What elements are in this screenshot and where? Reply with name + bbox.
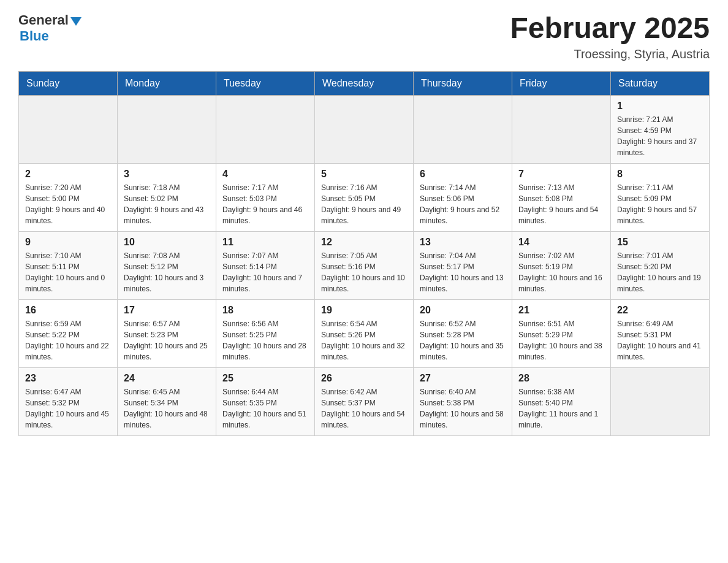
col-friday: Friday xyxy=(512,71,611,95)
day-info: Sunrise: 6:59 AMSunset: 5:22 PMDaylight:… xyxy=(25,318,111,362)
calendar-cell-w4-d3: 18Sunrise: 6:56 AMSunset: 5:25 PMDayligh… xyxy=(216,299,315,367)
day-number: 12 xyxy=(321,237,407,248)
day-info: Sunrise: 6:47 AMSunset: 5:32 PMDaylight:… xyxy=(25,386,111,431)
day-number: 11 xyxy=(222,237,308,248)
calendar-cell-w4-d5: 20Sunrise: 6:52 AMSunset: 5:28 PMDayligh… xyxy=(414,299,512,367)
day-number: 27 xyxy=(420,373,506,384)
day-number: 24 xyxy=(124,373,210,384)
day-info: Sunrise: 7:07 AMSunset: 5:14 PMDaylight:… xyxy=(222,250,308,294)
day-number: 13 xyxy=(420,237,506,248)
day-info: Sunrise: 6:42 AMSunset: 5:37 PMDaylight:… xyxy=(321,386,407,431)
day-number: 7 xyxy=(518,169,604,180)
calendar-cell-w5-d7 xyxy=(611,367,710,435)
day-info: Sunrise: 7:18 AMSunset: 5:02 PMDaylight:… xyxy=(124,182,210,226)
day-info: Sunrise: 7:14 AMSunset: 5:06 PMDaylight:… xyxy=(420,182,506,226)
col-sunday: Sunday xyxy=(19,71,118,95)
col-thursday: Thursday xyxy=(414,71,512,95)
day-number: 5 xyxy=(321,169,407,180)
day-info: Sunrise: 6:38 AMSunset: 5:40 PMDaylight:… xyxy=(518,386,604,431)
calendar-cell-w1-d2 xyxy=(118,95,216,163)
calendar-table: Sunday Monday Tuesday Wednesday Thursday… xyxy=(18,71,710,436)
calendar-cell-w1-d4 xyxy=(315,95,414,163)
calendar-cell-w2-d1: 2Sunrise: 7:20 AMSunset: 5:00 PMDaylight… xyxy=(19,163,118,231)
calendar-cell-w3-d4: 12Sunrise: 7:05 AMSunset: 5:16 PMDayligh… xyxy=(315,231,414,299)
day-info: Sunrise: 7:10 AMSunset: 5:11 PMDaylight:… xyxy=(25,250,111,294)
day-info: Sunrise: 7:04 AMSunset: 5:17 PMDaylight:… xyxy=(420,250,506,294)
calendar-cell-w4-d2: 17Sunrise: 6:57 AMSunset: 5:23 PMDayligh… xyxy=(118,299,216,367)
day-number: 28 xyxy=(518,373,604,384)
calendar-cell-w4-d4: 19Sunrise: 6:54 AMSunset: 5:26 PMDayligh… xyxy=(315,299,414,367)
day-info: Sunrise: 6:40 AMSunset: 5:38 PMDaylight:… xyxy=(420,386,506,431)
day-number: 16 xyxy=(25,305,111,316)
day-number: 17 xyxy=(124,305,210,316)
day-info: Sunrise: 6:57 AMSunset: 5:23 PMDaylight:… xyxy=(124,318,210,362)
day-info: Sunrise: 7:02 AMSunset: 5:19 PMDaylight:… xyxy=(518,250,604,294)
page-header: General Blue February 2025 Troessing, St… xyxy=(18,12,710,61)
calendar-cell-w3-d5: 13Sunrise: 7:04 AMSunset: 5:17 PMDayligh… xyxy=(414,231,512,299)
calendar-cell-w1-d5 xyxy=(414,95,512,163)
calendar-cell-w5-d1: 23Sunrise: 6:47 AMSunset: 5:32 PMDayligh… xyxy=(19,367,118,435)
day-info: Sunrise: 6:52 AMSunset: 5:28 PMDaylight:… xyxy=(420,318,506,362)
calendar-cell-w5-d2: 24Sunrise: 6:45 AMSunset: 5:34 PMDayligh… xyxy=(118,367,216,435)
calendar-cell-w3-d1: 9Sunrise: 7:10 AMSunset: 5:11 PMDaylight… xyxy=(19,231,118,299)
calendar-cell-w1-d1 xyxy=(19,95,118,163)
day-info: Sunrise: 7:16 AMSunset: 5:05 PMDaylight:… xyxy=(321,182,407,226)
calendar-cell-w2-d3: 4Sunrise: 7:17 AMSunset: 5:03 PMDaylight… xyxy=(216,163,315,231)
calendar-cell-w3-d6: 14Sunrise: 7:02 AMSunset: 5:19 PMDayligh… xyxy=(512,231,611,299)
calendar-cell-w1-d7: 1Sunrise: 7:21 AMSunset: 4:59 PMDaylight… xyxy=(611,95,710,163)
calendar-cell-w5-d6: 28Sunrise: 6:38 AMSunset: 5:40 PMDayligh… xyxy=(512,367,611,435)
page-title: February 2025 xyxy=(510,12,710,45)
day-info: Sunrise: 6:44 AMSunset: 5:35 PMDaylight:… xyxy=(222,386,308,431)
day-info: Sunrise: 7:08 AMSunset: 5:12 PMDaylight:… xyxy=(124,250,210,294)
day-info: Sunrise: 7:01 AMSunset: 5:20 PMDaylight:… xyxy=(617,250,703,294)
day-number: 8 xyxy=(617,169,703,180)
week-row-3: 9Sunrise: 7:10 AMSunset: 5:11 PMDaylight… xyxy=(19,231,710,299)
day-info: Sunrise: 7:20 AMSunset: 5:00 PMDaylight:… xyxy=(25,182,111,226)
day-number: 9 xyxy=(25,237,111,248)
logo-triangle-icon xyxy=(70,17,82,26)
day-number: 6 xyxy=(420,169,506,180)
col-tuesday: Tuesday xyxy=(216,71,315,95)
days-of-week-row: Sunday Monday Tuesday Wednesday Thursday… xyxy=(19,71,710,95)
col-monday: Monday xyxy=(118,71,216,95)
title-section: February 2025 Troessing, Styria, Austria xyxy=(510,12,710,61)
calendar-cell-w5-d5: 27Sunrise: 6:40 AMSunset: 5:38 PMDayligh… xyxy=(414,367,512,435)
day-number: 26 xyxy=(321,373,407,384)
week-row-2: 2Sunrise: 7:20 AMSunset: 5:00 PMDaylight… xyxy=(19,163,710,231)
day-info: Sunrise: 7:13 AMSunset: 5:08 PMDaylight:… xyxy=(518,182,604,226)
calendar-cell-w2-d7: 8Sunrise: 7:11 AMSunset: 5:09 PMDaylight… xyxy=(611,163,710,231)
logo: General Blue xyxy=(18,12,82,44)
day-number: 23 xyxy=(25,373,111,384)
calendar-cell-w2-d6: 7Sunrise: 7:13 AMSunset: 5:08 PMDaylight… xyxy=(512,163,611,231)
week-row-5: 23Sunrise: 6:47 AMSunset: 5:32 PMDayligh… xyxy=(19,367,710,435)
calendar-cell-w4-d6: 21Sunrise: 6:51 AMSunset: 5:29 PMDayligh… xyxy=(512,299,611,367)
logo-blue-text: Blue xyxy=(20,28,49,44)
calendar-cell-w2-d5: 6Sunrise: 7:14 AMSunset: 5:06 PMDaylight… xyxy=(414,163,512,231)
day-info: Sunrise: 6:45 AMSunset: 5:34 PMDaylight:… xyxy=(124,386,210,431)
calendar-cell-w5-d3: 25Sunrise: 6:44 AMSunset: 5:35 PMDayligh… xyxy=(216,367,315,435)
day-number: 15 xyxy=(617,237,703,248)
day-info: Sunrise: 7:11 AMSunset: 5:09 PMDaylight:… xyxy=(617,182,703,226)
col-wednesday: Wednesday xyxy=(315,71,414,95)
calendar-cell-w4-d1: 16Sunrise: 6:59 AMSunset: 5:22 PMDayligh… xyxy=(19,299,118,367)
logo-general-text: General xyxy=(18,12,69,28)
day-number: 14 xyxy=(518,237,604,248)
calendar-header: Sunday Monday Tuesday Wednesday Thursday… xyxy=(19,71,710,95)
day-info: Sunrise: 7:05 AMSunset: 5:16 PMDaylight:… xyxy=(321,250,407,294)
col-saturday: Saturday xyxy=(611,71,710,95)
day-number: 1 xyxy=(617,101,703,112)
calendar-cell-w3-d3: 11Sunrise: 7:07 AMSunset: 5:14 PMDayligh… xyxy=(216,231,315,299)
week-row-1: 1Sunrise: 7:21 AMSunset: 4:59 PMDaylight… xyxy=(19,95,710,163)
calendar-cell-w3-d7: 15Sunrise: 7:01 AMSunset: 5:20 PMDayligh… xyxy=(611,231,710,299)
calendar-cell-w2-d2: 3Sunrise: 7:18 AMSunset: 5:02 PMDaylight… xyxy=(118,163,216,231)
day-info: Sunrise: 6:51 AMSunset: 5:29 PMDaylight:… xyxy=(518,318,604,362)
day-info: Sunrise: 6:49 AMSunset: 5:31 PMDaylight:… xyxy=(617,318,703,362)
calendar-cell-w3-d2: 10Sunrise: 7:08 AMSunset: 5:12 PMDayligh… xyxy=(118,231,216,299)
day-info: Sunrise: 6:56 AMSunset: 5:25 PMDaylight:… xyxy=(222,318,308,362)
calendar-body: 1Sunrise: 7:21 AMSunset: 4:59 PMDaylight… xyxy=(19,95,710,435)
day-info: Sunrise: 6:54 AMSunset: 5:26 PMDaylight:… xyxy=(321,318,407,362)
calendar-cell-w5-d4: 26Sunrise: 6:42 AMSunset: 5:37 PMDayligh… xyxy=(315,367,414,435)
day-number: 4 xyxy=(222,169,308,180)
calendar-cell-w4-d7: 22Sunrise: 6:49 AMSunset: 5:31 PMDayligh… xyxy=(611,299,710,367)
day-number: 10 xyxy=(124,237,210,248)
